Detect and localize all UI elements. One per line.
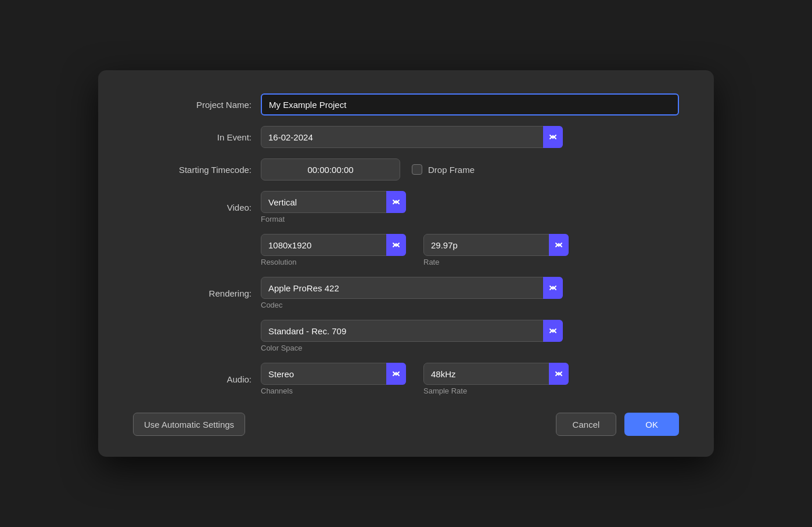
drop-frame-group: Drop Frame <box>412 164 475 175</box>
channels-select[interactable]: Stereo <box>261 363 406 385</box>
sample-rate-sub-label: Sample Rate <box>423 387 569 395</box>
project-settings-dialog: Project Name: In Event: 16-02-2024 Start… <box>98 70 714 457</box>
rate-group: 29.97p Rate <box>423 234 569 266</box>
drop-frame-label: Drop Frame <box>428 165 475 175</box>
drop-frame-checkbox[interactable] <box>412 164 422 175</box>
resolution-select[interactable]: 1080x1920 <box>261 234 406 256</box>
audio-label: Audio: <box>133 374 261 384</box>
color-space-select-wrapper: Standard - Rec. 709 <box>261 320 563 342</box>
codec-select-wrapper: Apple ProRes 422 <box>261 277 563 299</box>
channels-group: Stereo Channels <box>261 363 406 395</box>
resolution-sub-label: Resolution <box>261 258 406 266</box>
video-format-select-wrapper: Vertical <box>261 191 406 213</box>
resolution-group: 1080x1920 Resolution <box>261 234 406 266</box>
in-event-select[interactable]: 16-02-2024 <box>261 126 563 148</box>
audio-row: Audio: Stereo Channels <box>133 363 679 395</box>
rate-sub-label: Rate <box>423 258 569 266</box>
cancel-button[interactable]: Cancel <box>556 413 617 436</box>
codec-group: Apple ProRes 422 Codec <box>261 277 563 309</box>
timecode-input[interactable] <box>261 158 400 181</box>
in-event-select-wrapper: 16-02-2024 <box>261 126 563 148</box>
codec-select[interactable]: Apple ProRes 422 <box>261 277 563 299</box>
resolution-rate-group: 1080x1920 Resolution 29.97p <box>261 234 569 266</box>
audio-group: Stereo Channels 48kHz <box>261 363 569 395</box>
project-name-label: Project Name: <box>133 100 261 110</box>
channels-select-wrapper: Stereo <box>261 363 406 385</box>
project-name-row: Project Name: <box>133 93 679 115</box>
color-space-group: Standard - Rec. 709 Color Space <box>261 320 563 352</box>
sample-rate-group: 48kHz Sample Rate <box>423 363 569 395</box>
in-event-label: In Event: <box>133 132 261 142</box>
video-format-sub-label: Format <box>261 215 406 223</box>
in-event-row: In Event: 16-02-2024 <box>133 126 679 148</box>
timecode-label: Starting Timecode: <box>133 165 261 175</box>
video-format-select[interactable]: Vertical <box>261 191 406 213</box>
color-space-sub-label: Color Space <box>261 344 563 352</box>
codec-sub-label: Codec <box>261 301 563 309</box>
color-space-select[interactable]: Standard - Rec. 709 <box>261 320 563 342</box>
video-label: Video: <box>133 203 261 212</box>
dialog-footer: Use Automatic Settings Cancel OK <box>133 413 679 436</box>
rendering-label: Rendering: <box>133 288 261 298</box>
rate-select-wrapper: 29.97p <box>423 234 569 256</box>
color-space-row: Standard - Rec. 709 Color Space <box>133 320 679 352</box>
rate-select[interactable]: 29.97p <box>423 234 569 256</box>
resolution-rate-row: 1080x1920 Resolution 29.97p <box>133 234 679 266</box>
timecode-row: Starting Timecode: Drop Frame <box>133 158 679 181</box>
sample-rate-select-wrapper: 48kHz <box>423 363 569 385</box>
project-name-input[interactable] <box>261 93 679 115</box>
video-format-row: Video: Vertical Format <box>133 191 679 223</box>
rendering-codec-row: Rendering: Apple ProRes 422 Codec <box>133 277 679 309</box>
auto-settings-button[interactable]: Use Automatic Settings <box>133 413 245 436</box>
footer-right-buttons: Cancel OK <box>556 413 679 436</box>
channels-sub-label: Channels <box>261 387 406 395</box>
video-format-group: Vertical Format <box>261 191 406 223</box>
ok-button[interactable]: OK <box>624 413 679 436</box>
sample-rate-select[interactable]: 48kHz <box>423 363 569 385</box>
resolution-select-wrapper: 1080x1920 <box>261 234 406 256</box>
